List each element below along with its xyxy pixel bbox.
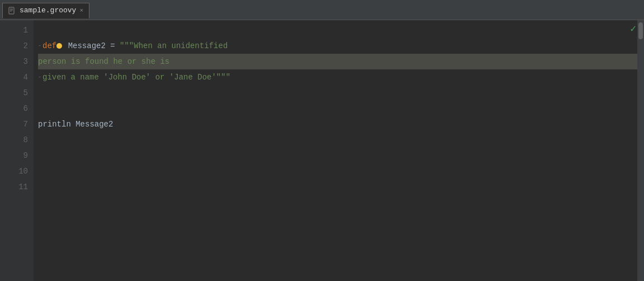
groovy-file-icon <box>8 7 16 15</box>
code-line-4: -given a name 'John Doe' or 'Jane Doe'""… <box>38 69 644 85</box>
line-number: 4 <box>0 69 28 85</box>
line-3-content: person is found he or she is <box>38 54 169 69</box>
line-7-content: println Message2 <box>38 116 113 132</box>
line-4-content: -given a name 'John Doe' or 'Jane Doe'""… <box>38 69 230 85</box>
code-line-9 <box>38 148 644 163</box>
line-number: 9 <box>0 148 28 163</box>
tab-bar: sample.groovy × <box>0 0 644 20</box>
fold-marker-4[interactable]: - <box>38 69 41 85</box>
line-numbers: 1 2 3 4 5 6 7 8 9 10 11 <box>0 20 34 281</box>
line-3-string: person is found he or she is <box>38 54 169 69</box>
line-2-content: -def Message2 = """When an unidentified <box>38 38 228 54</box>
code-line-11 <box>38 179 644 195</box>
line-number: 6 <box>0 101 28 116</box>
code-line-7: println Message2 <box>38 116 644 132</box>
line-4-string: given a name 'John Doe' or 'Jane Doe'""" <box>42 69 230 85</box>
line-2-string: """When an unidentified <box>120 38 228 54</box>
line-number: 5 <box>0 85 28 101</box>
code-line-6 <box>38 101 644 116</box>
line-number: 3 <box>0 54 28 69</box>
scrollbar[interactable] <box>637 20 644 281</box>
line-number: 8 <box>0 132 28 148</box>
fold-marker-2[interactable]: - <box>38 38 41 54</box>
code-line-8 <box>38 132 644 148</box>
line-number: 10 <box>0 163 28 179</box>
line-number: 1 <box>0 22 28 38</box>
line-number: 2 <box>0 38 28 54</box>
editor-area: 1 2 3 4 5 6 7 8 9 10 11 -def Message2 = … <box>0 20 644 281</box>
line-1-content <box>38 22 42 38</box>
code-line-5 <box>38 85 644 101</box>
svg-rect-0 <box>9 7 14 14</box>
line-5-content <box>38 85 42 101</box>
code-line-2: -def Message2 = """When an unidentified <box>38 38 644 54</box>
line-2-var: Message2 = <box>63 38 120 54</box>
keyword-def: def <box>42 38 56 54</box>
line-number: 11 <box>0 179 28 195</box>
line-7-text: println Message2 <box>38 116 113 132</box>
tab-label: sample.groovy <box>20 6 76 15</box>
scrollbar-thumb[interactable] <box>638 22 643 39</box>
line-number: 7 <box>0 116 28 132</box>
code-line-1 <box>38 22 644 38</box>
tab-sample-groovy[interactable]: sample.groovy × <box>2 3 89 18</box>
code-line-3: person is found he or she is <box>38 54 644 69</box>
tab-close-button[interactable]: × <box>79 7 83 14</box>
circle-icon <box>56 43 62 49</box>
checkmark-icon: ✓ <box>630 22 636 35</box>
line-6-content <box>38 101 42 116</box>
code-line-10 <box>38 163 644 179</box>
code-content[interactable]: -def Message2 = """When an unidentified … <box>34 20 644 281</box>
